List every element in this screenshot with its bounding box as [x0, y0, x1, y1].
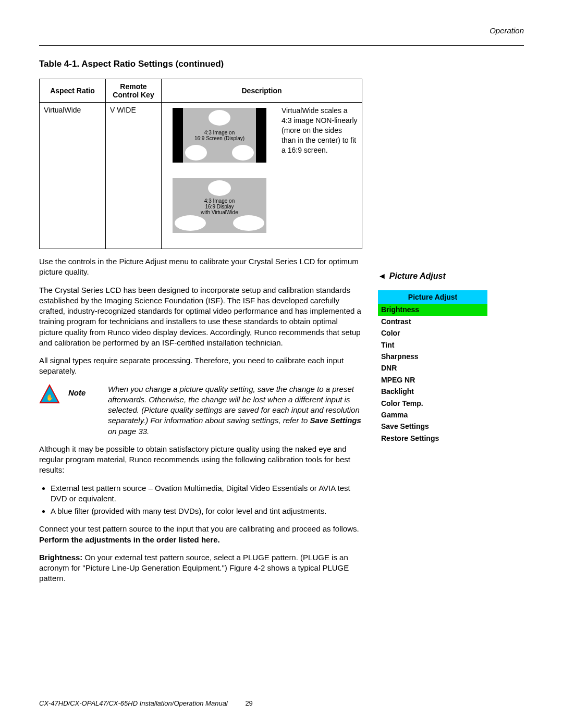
paragraph: Use the controls in the Picture Adjust m… — [39, 256, 362, 278]
menu-item: Sharpness — [378, 351, 487, 362]
p5-pre: Connect your test pattern source to the … — [39, 524, 359, 533]
page-number: 29 — [245, 699, 252, 707]
menu-item: Contrast — [378, 316, 487, 327]
side-heading: ◄Picture Adjust — [378, 272, 524, 281]
footer: CX-47HD/CX-OPAL47/CX-65HD Installation/O… — [39, 699, 253, 707]
table-row: VirtualWide V WIDE — [40, 103, 362, 249]
page: Operation Table 4-1. Aspect Ratio Settin… — [0, 0, 563, 728]
paragraph: Brightness: On your external test patter… — [39, 552, 362, 584]
menu-item: Color Temp. — [378, 398, 487, 409]
diagram2-caption-l1: 4:3 Image on — [204, 198, 235, 204]
list-item: A blue filter (provided with many test D… — [51, 506, 362, 516]
cell-aspect: VirtualWide — [40, 103, 106, 249]
menu-item: Restore Settings — [378, 433, 487, 444]
menu-item: Color — [378, 327, 487, 339]
cell-diagram: 4:3 Image on 16:9 Screen (Display) — [162, 103, 278, 249]
note-strong: Save Settings — [310, 416, 361, 425]
p6-strong: Brightness: — [39, 553, 82, 562]
diagram2-caption-l2: 16:9 Display — [205, 204, 234, 209]
col-remote: Remote Control Key — [106, 79, 162, 103]
svg-text:✋: ✋ — [46, 393, 54, 401]
cell-desc-text: VirtualWide scales a 4:3 image NON-linea… — [277, 103, 362, 249]
picture-adjust-menu: Picture Adjust Brightness Contrast Color… — [378, 290, 487, 444]
diagram2-caption-l3: with VirtualWide — [201, 209, 238, 215]
content-row: Aspect Ratio Remote Control Key Descript… — [39, 79, 524, 591]
menu-item: MPEG NR — [378, 374, 487, 386]
diagram-pillarbox: 4:3 Image on 16:9 Screen (Display) — [173, 108, 266, 163]
bullet-list: External test pattern source – Ovation M… — [39, 483, 362, 517]
desc-text: VirtualWide scales a 4:3 image NON-linea… — [282, 106, 358, 155]
diagram1-caption-l1: 4:3 Image on — [204, 130, 235, 135]
p5-strong: Perform the adjustments in the order lis… — [39, 535, 220, 544]
warning-icon: ✋ — [39, 384, 60, 404]
col-desc: Description — [162, 79, 362, 103]
side-heading-text: Picture Adjust — [389, 272, 446, 280]
p6-text: On your external test pattern source, se… — [39, 553, 349, 583]
menu-item: DNR — [378, 362, 487, 374]
menu-item: Backlight — [378, 386, 487, 397]
header-section: Operation — [39, 26, 524, 35]
note-text: When you change a picture quality settin… — [108, 384, 362, 437]
paragraph: Connect your test pattern source to the … — [39, 524, 362, 545]
menu-item: Tint — [378, 339, 487, 351]
list-item: External test pattern source – Ovation M… — [51, 483, 362, 504]
cell-key: V WIDE — [106, 103, 162, 249]
main-column: Aspect Ratio Remote Control Key Descript… — [39, 79, 362, 591]
col-aspect: Aspect Ratio — [40, 79, 106, 103]
diagram-virtualwide: 4:3 Image on 16:9 Display with VirtualWi… — [173, 178, 266, 233]
paragraph: All signal types require separate proces… — [39, 355, 362, 377]
side-column: ◄Picture Adjust Picture Adjust Brightnes… — [378, 79, 524, 444]
aspect-ratio-table: Aspect Ratio Remote Control Key Descript… — [39, 79, 362, 249]
note-block: ✋ Note When you change a picture quality… — [39, 384, 362, 437]
menu-item: Save Settings — [378, 421, 487, 432]
paragraph: The Crystal Series LCD has been designed… — [39, 285, 362, 349]
table-title: Table 4-1. Aspect Ratio Settings (contin… — [39, 59, 524, 69]
menu-item: Gamma — [378, 409, 487, 421]
diagram1-caption-l2: 16:9 Screen (Display) — [194, 135, 244, 141]
paragraph: Although it may be possible to obtain sa… — [39, 444, 362, 476]
diagram-inner-43: 4:3 Image on 16:9 Screen (Display) — [183, 108, 256, 163]
table-header-row: Aspect Ratio Remote Control Key Descript… — [40, 79, 362, 103]
arrow-left-icon: ◄ — [378, 272, 386, 280]
diagram-inner-full: 4:3 Image on 16:9 Display with VirtualWi… — [173, 178, 266, 233]
menu-item-selected: Brightness — [378, 304, 487, 315]
note-text-post: on page 33. — [108, 427, 149, 436]
footer-text: CX-47HD/CX-OPAL47/CX-65HD Installation/O… — [39, 699, 228, 707]
divider — [39, 45, 524, 46]
diagram-column: 4:3 Image on 16:9 Screen (Display) — [165, 108, 274, 233]
note-label: Note — [68, 384, 100, 397]
menu-title: Picture Adjust — [378, 290, 487, 304]
